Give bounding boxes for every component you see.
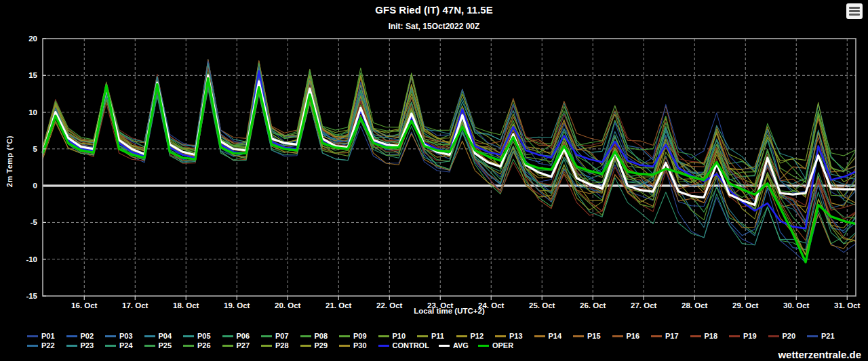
legend-item-p17: P17 <box>651 332 690 340</box>
legend-label: P28 <box>275 341 289 349</box>
legend-item-p06: P06 <box>222 332 262 340</box>
legend-label: P29 <box>315 341 328 349</box>
legend-swatch <box>612 335 623 337</box>
y-tick-label: 5 <box>33 145 38 153</box>
y-tick-label: 15 <box>28 71 37 79</box>
legend-item-p30: P30 <box>339 341 378 349</box>
legend-label: P22 <box>41 341 55 349</box>
legend-swatch <box>768 335 779 337</box>
legend-swatch <box>378 335 389 337</box>
legend-label: P30 <box>353 341 367 349</box>
legend-label: AVG <box>453 341 469 349</box>
legend-label: P12 <box>471 332 484 340</box>
legend-swatch <box>144 335 155 337</box>
control-line <box>43 71 856 228</box>
legend-item-p25: P25 <box>144 341 184 349</box>
legend-item-control: CONTROL <box>378 341 429 349</box>
legend-label: P03 <box>119 332 133 340</box>
legend-swatch <box>27 335 38 337</box>
legend-item-p23: P23 <box>66 341 106 349</box>
legend-item-oper: OPER <box>478 341 513 349</box>
legend-label: P16 <box>627 332 640 340</box>
legend-label: P18 <box>705 332 718 340</box>
legend-swatch <box>144 345 155 347</box>
legend-swatch <box>105 345 116 347</box>
legend-label: P02 <box>81 332 94 340</box>
legend-swatch <box>183 345 194 347</box>
legend-row-2: P22P23P24P25P26P27P28P29P30CONTROLAVGOPE… <box>27 341 863 350</box>
legend-item-p11: P11 <box>417 332 456 340</box>
ensemble-member-line-p14 <box>43 79 856 255</box>
y-tick-label: 10 <box>28 108 37 116</box>
legend-swatch <box>690 335 701 337</box>
legend-swatch <box>66 335 77 337</box>
legend-label: P09 <box>353 332 367 340</box>
x-axis-label: Local time (UTC+2) <box>43 307 856 315</box>
legend-item-p21: P21 <box>807 332 846 340</box>
y-tick-label: -5 <box>31 218 38 226</box>
plot-frame <box>43 39 856 296</box>
legend-label: P19 <box>743 332 757 340</box>
legend-item-p01: P01 <box>27 332 66 340</box>
y-tick-label: 0 <box>33 182 37 190</box>
legend-swatch <box>456 335 467 337</box>
ensemble-member-line-p18 <box>43 78 856 221</box>
legend-swatch <box>300 335 311 337</box>
legend-swatch <box>339 345 350 347</box>
legend-label: P11 <box>431 332 444 340</box>
legend-label: P23 <box>81 341 94 349</box>
legend-label: P06 <box>237 332 250 340</box>
legend-item-p05: P05 <box>183 332 222 340</box>
y-axis-label: 2m Temp (°C) <box>5 135 14 187</box>
legend-label: P15 <box>587 332 601 340</box>
legend-item-p03: P03 <box>105 332 144 340</box>
legend-label: P27 <box>237 341 250 349</box>
legend-swatch <box>222 335 233 337</box>
ensemble-member-line-p27 <box>43 74 856 219</box>
legend-label: OPER <box>492 341 513 349</box>
legend-item-p07: P07 <box>261 332 300 340</box>
y-tick-label: -15 <box>26 292 37 300</box>
legend-item-p22: P22 <box>27 341 66 349</box>
site-brand: wetterzentrale.de <box>778 349 861 360</box>
legend-label: P08 <box>315 332 328 340</box>
legend-label: P21 <box>821 332 835 340</box>
legend-swatch <box>534 335 545 337</box>
legend-swatch <box>478 345 489 347</box>
legend-label: P25 <box>159 341 172 349</box>
legend-item-p20: P20 <box>768 332 808 340</box>
legend-swatch <box>105 335 116 337</box>
legend-label: P26 <box>197 341 211 349</box>
legend-label: P24 <box>119 341 133 349</box>
legend-swatch <box>339 335 350 337</box>
legend-row-1: P01P02P03P04P05P06P07P08P09P10P11P12P13P… <box>27 331 863 341</box>
legend-item-p14: P14 <box>534 332 574 340</box>
legend-item-p16: P16 <box>612 332 652 340</box>
legend-swatch <box>183 335 194 337</box>
legend-item-p27: P27 <box>222 341 262 349</box>
legend-swatch <box>651 335 662 337</box>
ensemble-member-line-p29 <box>43 83 856 255</box>
legend-label: P01 <box>41 332 55 340</box>
legend-swatch <box>439 345 450 347</box>
legend-label: P14 <box>549 332 562 340</box>
legend-label: P20 <box>783 332 796 340</box>
ensemble-member-line-p10 <box>43 73 856 255</box>
legend-swatch <box>300 345 311 347</box>
legend-item-p15: P15 <box>573 332 612 340</box>
y-tick-label: 20 <box>28 35 37 43</box>
legend-swatch <box>66 345 77 347</box>
ensemble-member-line-p30 <box>43 75 856 203</box>
legend-item-p02: P02 <box>66 332 106 340</box>
legend-label: P13 <box>509 332 523 340</box>
legend-label: P17 <box>665 332 679 340</box>
legend-item-avg: AVG <box>439 341 469 349</box>
legend-swatch <box>573 335 584 337</box>
legend-item-p19: P19 <box>729 332 768 340</box>
legend-item-p28: P28 <box>261 341 300 349</box>
legend-item-p26: P26 <box>183 341 222 349</box>
legend-item-p18: P18 <box>690 332 730 340</box>
legend-swatch <box>261 335 272 337</box>
legend-item-p10: P10 <box>378 332 418 340</box>
legend-item-p04: P04 <box>144 332 184 340</box>
